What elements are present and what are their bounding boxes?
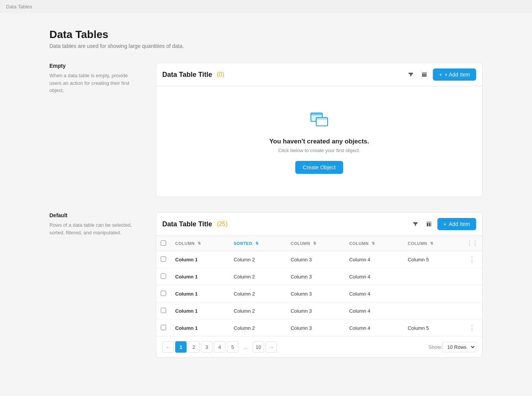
table-row: Column 1 Column 2 Column 3 Column 4 Colu… [156,320,482,337]
columns-button-empty[interactable] [419,69,430,80]
table-row: Column 1 Column 2 Column 3 Column 4 ⋮ [156,268,482,285]
svg-rect-4 [316,118,328,120]
td-col2-row5: Column 2 [229,320,286,337]
td-col3-row4: Column 3 [286,302,345,320]
app-title: Data Tables [0,0,532,13]
empty-section-label: Empty [49,63,141,69]
empty-body: You haven't created any objects. Click b… [156,86,482,197]
td-col5-row2 [403,268,462,285]
td-col3-row1: Column 3 [286,251,345,268]
page-button-5[interactable]: 5 [227,341,238,353]
content-wrapper: Data Tables Data tables are used for sho… [27,13,505,388]
table-row: Column 1 Column 2 Column 3 Column 4 Colu… [156,251,482,268]
empty-section: Empty When a data table is empty, provid… [49,63,483,197]
prev-page-button[interactable]: ← [162,341,174,353]
row-checkbox-3[interactable] [161,291,166,296]
td-col1-row2: Column 1 [171,268,229,285]
pagination-row: ← 1 2 3 4 5 ... 10 → Show: 10 Rows [156,336,482,357]
page-container: Data Tables Data Tables Data tables are … [0,0,532,396]
data-table: COLUMN ⇅ SORTED ⇅ [156,236,482,336]
th-col1[interactable]: COLUMN ⇅ [171,236,229,251]
row-checkbox-1[interactable] [161,256,166,262]
row-actions-button-5[interactable]: ⋮ [466,324,478,332]
row-checkbox-4[interactable] [161,308,166,313]
td-actions-row5: ⋮ [462,320,482,337]
filter-icon-2 [412,221,418,227]
empty-label-col: Empty When a data table is empty, provid… [49,63,141,197]
filter-icon [408,72,414,78]
th-checkbox [156,236,171,251]
th-col2-sorted[interactable]: SORTED ⇅ [229,236,286,251]
page-button-1[interactable]: 1 [175,341,187,353]
empty-table-card: Data Table Title (0) + [156,63,483,197]
add-item-button-default[interactable]: + Add Item [437,218,476,230]
sort-icon-col5: ⇅ [430,241,434,245]
select-all-checkbox[interactable] [161,240,166,246]
td-col5-row3 [403,285,462,302]
add-item-button-empty[interactable]: + + Add Item [433,68,476,81]
td-col3-row5: Column 3 [286,320,345,337]
row-checkbox-2[interactable] [161,274,166,279]
page-button-2[interactable]: 2 [188,341,200,353]
td-checkbox-3 [156,285,171,302]
row-checkbox-5[interactable] [161,325,166,330]
th-col3[interactable]: COLUMN ⇅ [286,236,345,251]
add-item-label-empty: + Add Item [445,72,470,78]
td-checkbox-4 [156,302,171,320]
empty-table-header: Data Table Title (0) + [156,63,482,86]
page-description: Data tables are used for showing large q… [49,43,483,49]
td-checkbox-2 [156,268,171,285]
td-checkbox-1 [156,251,171,268]
add-item-plus-icon: + [439,72,442,78]
td-actions-row3: ⋮ [462,285,482,302]
th-col4[interactable]: COLUMN ⇅ [345,236,403,251]
td-col4-row1: Column 4 [345,251,403,268]
columns-icon-2 [426,221,432,227]
row-actions-button-1[interactable]: ⋮ [466,255,478,264]
td-col3-row3: Column 3 [286,285,345,302]
empty-title: You haven't created any objects. [269,138,369,145]
td-col1-row5: Column 1 [171,320,229,337]
td-col4-row5: Column 4 [345,320,403,337]
columns-icon [421,72,428,78]
td-actions-row1: ⋮ [462,251,482,268]
table-row: Column 1 Column 2 Column 3 Column 4 ⋮ [156,285,482,302]
default-label-col: Default Rows of a data table can be sele… [49,212,141,358]
show-label: Show: [429,344,442,350]
sort-icon-col4: ⇅ [372,241,375,245]
create-object-button[interactable]: Create Object [295,161,343,174]
page-button-10[interactable]: 10 [253,341,264,353]
next-page-button[interactable]: → [266,341,277,353]
td-col5-row4 [403,302,462,320]
sort-icon-col3: ⇅ [313,241,317,245]
td-col5-row5: Column 5 [403,320,462,337]
default-section: Default Rows of a data table can be sele… [49,212,483,358]
default-table-header: Data Table Title (25) + [156,213,482,236]
td-col4-row3: Column 4 [345,285,403,302]
td-checkbox-5 [156,320,171,337]
td-col4-row2: Column 4 [345,268,403,285]
page-button-4[interactable]: 4 [214,341,225,353]
filter-button-default[interactable] [410,219,421,229]
table-row: Column 1 Column 2 Column 3 Column 4 ⋮ [156,302,482,320]
th-col4-label: COLUMN [349,241,369,246]
rows-per-page-select[interactable]: 10 Rows 25 Rows 50 Rows [442,342,476,352]
default-table-card: Data Table Title (25) + [156,212,483,358]
th-col5-label: COLUMN [408,241,427,246]
th-col2-label: SORTED [234,241,252,246]
td-col2-row4: Column 2 [229,302,286,320]
add-item-plus-icon-2: + [443,221,446,227]
th-col5[interactable]: COLUMN ⇅ [403,236,462,251]
page-heading: Data Tables [49,29,483,41]
page-button-3[interactable]: 3 [201,341,212,353]
td-actions-row2: ⋮ [462,268,482,285]
filter-button-empty[interactable] [405,69,416,80]
td-col1-row4: Column 1 [171,302,229,320]
empty-table-count: (0) [217,71,224,78]
page-ellipsis: ... [240,341,251,353]
empty-subtitle: Click below to create your first object. [278,148,360,153]
sort-icon-col1: ⇅ [198,241,201,245]
td-col3-row2: Column 3 [286,268,345,285]
columns-button-default[interactable] [424,219,434,229]
default-section-desc: Rows of a data table can be selected, so… [49,221,141,236]
